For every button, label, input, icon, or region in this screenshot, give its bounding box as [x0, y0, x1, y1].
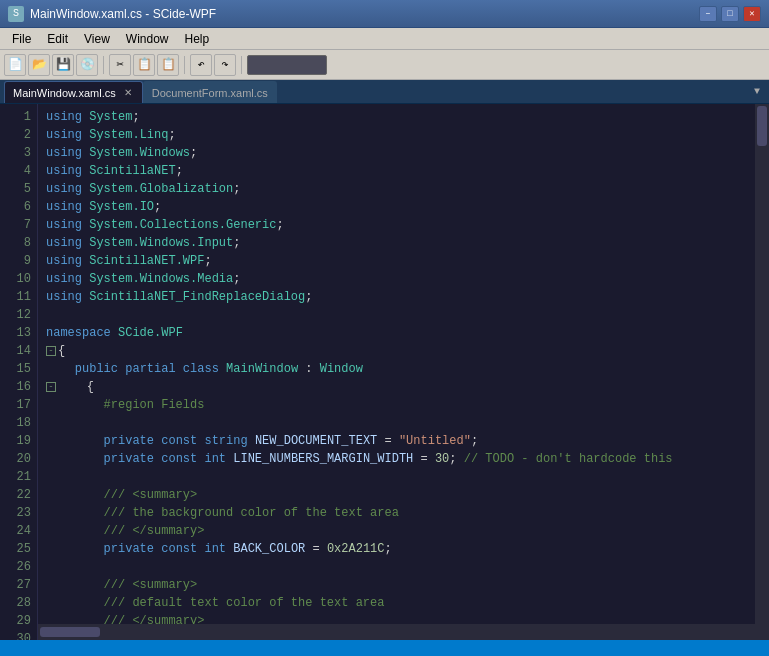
code-line: /// <summary> [46, 486, 769, 504]
code-line: /// <summary> [46, 576, 769, 594]
close-button[interactable]: ✕ [743, 6, 761, 22]
toolbar: 📄 📂 💾 💿 ✂ 📋 📋 ↶ ↷ [0, 50, 769, 80]
menu-bar: File Edit View Window Help [0, 28, 769, 50]
line-number: 3 [0, 144, 37, 162]
line-number: 13 [0, 324, 37, 342]
tab-mainwindow-label: MainWindow.xaml.cs [13, 87, 116, 99]
line-number: 29 [0, 612, 37, 630]
vertical-scrollbar-thumb[interactable] [757, 106, 767, 146]
code-line: -{ [46, 342, 769, 360]
code-line: public partial class MainWindow : Window [46, 360, 769, 378]
code-line: using ScintillaNET.WPF; [46, 252, 769, 270]
undo-button[interactable]: ↶ [190, 54, 212, 76]
code-line [46, 306, 769, 324]
code-line: using System; [46, 108, 769, 126]
title-bar: S MainWindow.xaml.cs - SCide-WPF – □ ✕ [0, 0, 769, 28]
line-number: 10 [0, 270, 37, 288]
code-line [46, 468, 769, 486]
line-number: 19 [0, 432, 37, 450]
line-number: 16 [0, 378, 37, 396]
code-line: using System.Linq; [46, 126, 769, 144]
tab-bar: MainWindow.xaml.cs ✕ DocumentForm.xaml.c… [0, 80, 769, 104]
code-line: using ScintillaNET_FindReplaceDialog; [46, 288, 769, 306]
line-number: 6 [0, 198, 37, 216]
line-number: 23 [0, 504, 37, 522]
toolbar-separator-2 [184, 56, 185, 74]
line-number: 22 [0, 486, 37, 504]
tab-documentform-label: DocumentForm.xaml.cs [152, 87, 268, 99]
code-line: #region Fields [46, 396, 769, 414]
save-all-button[interactable]: 💿 [76, 54, 98, 76]
save-button[interactable]: 💾 [52, 54, 74, 76]
menu-window[interactable]: Window [118, 30, 177, 48]
code-area: 1234567891011121314151617181920212223242… [0, 104, 769, 640]
copy-button[interactable]: 📋 [133, 54, 155, 76]
code-line: using ScintillaNET; [46, 162, 769, 180]
cut-button[interactable]: ✂ [109, 54, 131, 76]
code-line: private const int BACK_COLOR = 0x2A211C; [46, 540, 769, 558]
line-number: 2 [0, 126, 37, 144]
code-line: using System.Windows.Input; [46, 234, 769, 252]
code-line: - { [46, 378, 769, 396]
code-line: /// the background color of the text are… [46, 504, 769, 522]
collapse-icon[interactable]: - [46, 382, 56, 392]
line-numbers: 1234567891011121314151617181920212223242… [0, 104, 38, 640]
menu-help[interactable]: Help [177, 30, 218, 48]
collapse-icon[interactable]: - [46, 346, 56, 356]
line-number: 30 [0, 630, 37, 640]
line-number: 1 [0, 108, 37, 126]
line-number: 14 [0, 342, 37, 360]
tab-mainwindow-close[interactable]: ✕ [122, 86, 134, 99]
line-number: 5 [0, 180, 37, 198]
tab-mainwindow[interactable]: MainWindow.xaml.cs ✕ [4, 81, 143, 103]
code-line: using System.Globalization; [46, 180, 769, 198]
code-line: private const string NEW_DOCUMENT_TEXT =… [46, 432, 769, 450]
code-line: private const int LINE_NUMBERS_MARGIN_WI… [46, 450, 769, 468]
line-number: 24 [0, 522, 37, 540]
code-line: using System.IO; [46, 198, 769, 216]
code-line: /// default text color of the text area [46, 594, 769, 612]
line-number: 27 [0, 576, 37, 594]
title-controls: – □ ✕ [699, 6, 761, 22]
line-number: 11 [0, 288, 37, 306]
line-number: 8 [0, 234, 37, 252]
line-number: 4 [0, 162, 37, 180]
line-number: 28 [0, 594, 37, 612]
line-number: 15 [0, 360, 37, 378]
line-number: 12 [0, 306, 37, 324]
menu-file[interactable]: File [4, 30, 39, 48]
toolbar-separator-3 [241, 56, 242, 74]
maximize-button[interactable]: □ [721, 6, 739, 22]
code-line: using System.Windows.Media; [46, 270, 769, 288]
search-input[interactable] [247, 55, 327, 75]
open-button[interactable]: 📂 [28, 54, 50, 76]
paste-button[interactable]: 📋 [157, 54, 179, 76]
new-button[interactable]: 📄 [4, 54, 26, 76]
menu-edit[interactable]: Edit [39, 30, 76, 48]
toolbar-separator-1 [103, 56, 104, 74]
horizontal-scrollbar-thumb[interactable] [40, 627, 100, 637]
code-line [46, 558, 769, 576]
tab-documentform[interactable]: DocumentForm.xaml.cs [143, 81, 277, 103]
title-bar-left: S MainWindow.xaml.cs - SCide-WPF [8, 6, 216, 22]
horizontal-scrollbar[interactable] [38, 624, 755, 640]
menu-view[interactable]: View [76, 30, 118, 48]
tab-dropdown-button[interactable]: ▼ [749, 81, 765, 103]
code-line: namespace SCide.WPF [46, 324, 769, 342]
line-number: 18 [0, 414, 37, 432]
line-number: 17 [0, 396, 37, 414]
status-bar [0, 640, 769, 656]
line-number: 20 [0, 450, 37, 468]
line-number: 21 [0, 468, 37, 486]
minimize-button[interactable]: – [699, 6, 717, 22]
code-line: using System.Collections.Generic; [46, 216, 769, 234]
redo-button[interactable]: ↷ [214, 54, 236, 76]
line-number: 26 [0, 558, 37, 576]
app-icon: S [8, 6, 24, 22]
vertical-scrollbar[interactable] [755, 104, 769, 640]
line-number: 9 [0, 252, 37, 270]
line-number: 7 [0, 216, 37, 234]
code-line: using System.Windows; [46, 144, 769, 162]
code-content[interactable]: using System;using System.Linq;using Sys… [38, 104, 769, 640]
code-line: /// </summary> [46, 522, 769, 540]
